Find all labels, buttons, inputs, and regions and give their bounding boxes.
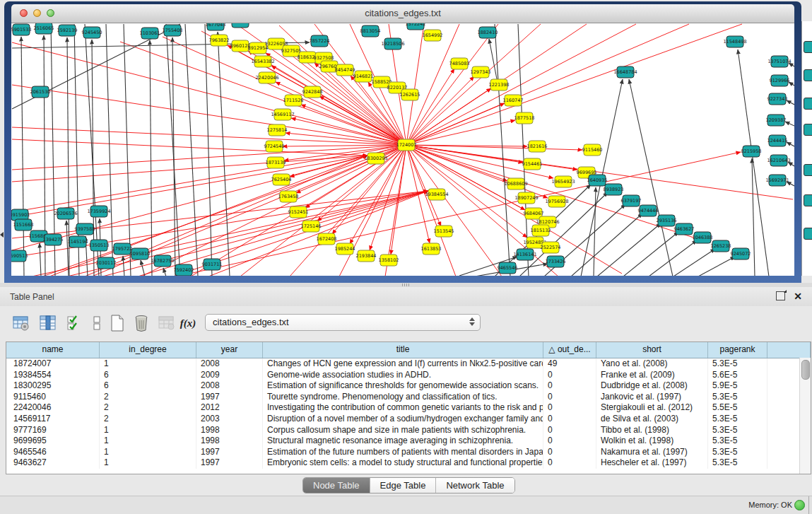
graph-node[interactable]: 1733426 [546,256,566,267]
graph-node[interactable]: 2061530 [30,86,51,98]
table-cell[interactable]: 1997 [196,447,263,458]
table-mode-button[interactable] [11,313,31,333]
table-cell[interactable]: 2 [100,392,196,403]
table-cell[interactable]: Yano et al. (2008) [596,358,708,370]
table-cell[interactable]: 0 [543,392,596,403]
graph-node[interactable]: 9154461 [522,158,543,170]
table-selector-dropdown[interactable]: citations_edges.txt [205,314,481,331]
table-cell[interactable]: 9463627 [6,457,100,469]
splitter-grip-icon[interactable] [402,284,411,286]
function-builder-button[interactable]: f(x) [178,313,198,333]
graph-node[interactable]: 1221398 [489,79,510,90]
graph-node[interactable]: 8454749 [335,64,355,76]
table-row[interactable]: 1456911722003Disruption of a novel membe… [6,414,811,425]
graph-node[interactable]: 6379197 [621,195,642,206]
graph-node[interactable]: 1095810 [130,248,151,259]
column-header-in_degree[interactable]: in_degree [100,342,196,358]
table-row[interactable]: 911546021997Tourette syndrome. Phenomeno… [6,392,811,403]
graph-node[interactable]: 14136141 [513,249,536,260]
table-cell[interactable]: 5.3E-5 [708,447,767,458]
table-cell[interactable]: Tibbo et al. (1998) [596,425,708,436]
table-cell[interactable]: Dudbridge et al. (2008) [596,380,708,392]
table-cell[interactable]: 9699695 [6,436,100,447]
graph-node[interactable]: 1985244 [335,243,355,255]
table-row[interactable]: 946554611997Estimation of the future num… [6,447,811,458]
graph-node[interactable]: 19654923 [551,176,575,187]
column-header-short[interactable]: short [596,342,708,358]
column-visibility-button[interactable] [38,313,58,333]
table-cell[interactable]: de Silva et al. (2003) [596,414,708,425]
column-header-title[interactable]: title [263,342,543,358]
table-cell[interactable]: Hescheler et al. (1997) [596,457,708,469]
table-cell[interactable]: 2012 [196,402,263,414]
close-panel-icon[interactable]: ✕ [794,292,802,300]
graph-node[interactable]: 1151668 [13,219,34,230]
collapse-panel-arrow-icon[interactable] [0,232,4,238]
graph-node[interactable]: 9245450 [82,27,102,38]
graph-node[interactable]: 1815132 [531,225,551,236]
graph-node[interactable]: 1711526 [283,95,304,106]
table-cell[interactable]: 5.3E-5 [708,457,767,469]
table-vertical-scrollbar[interactable] [799,358,811,474]
table-cell[interactable]: Changes of HCN gene expression and I(f) … [263,358,543,370]
graph-node[interactable]: 1724007 [396,139,417,151]
table-cell[interactable]: Wolkin et al. (1998) [596,436,708,447]
table-cell[interactable]: Franke et al. (2009) [596,370,708,381]
graph-node[interactable]: 16543382 [251,56,274,67]
graph-node[interactable]: 1513545 [434,226,454,237]
table-cell[interactable]: 9777169 [6,425,100,436]
graph-node[interactable]: 8938923 [604,184,624,195]
graph-node[interactable]: 9463627 [674,223,695,235]
graph-node[interactable]: 9031711 [202,259,223,270]
table-cell[interactable]: 1 [100,457,196,469]
graph-node[interactable]: 1572242 [406,23,426,30]
graph-node[interactable]: 8813054 [360,25,381,37]
graph-node[interactable]: 1873139 [266,157,286,168]
graph-node[interactable]: 11548498 [723,36,746,47]
graph-node[interactable]: 1590513 [11,250,28,262]
table-cell[interactable]: 5.6E-5 [708,370,767,381]
table-cell[interactable]: Genome-wide association studies in ADHD. [263,370,543,381]
graph-node[interactable]: 1262615 [400,89,420,100]
graph-node[interactable]: 2193844 [356,250,377,262]
graph-node[interactable]: 1725146 [301,221,322,232]
table-row[interactable]: 1938455462009Genome-wide association stu… [6,370,811,381]
table-row[interactable]: 1872400712008Changes of HCN gene express… [6,358,811,370]
graph-node[interactable]: 16648784 [613,66,637,78]
graph-node[interactable]: 1677043 [206,23,226,30]
table-row[interactable]: 977716911998Corpus callosum shape and si… [6,425,811,436]
graph-node[interactable]: 9129966 [770,75,790,86]
graph-node[interactable]: 9465546 [498,262,518,274]
graph-node[interactable]: 22420046 [255,72,278,83]
table-cell[interactable]: 5.9E-5 [708,380,767,392]
graph-node[interactable]: 1877518 [514,112,535,124]
table-cell[interactable]: 2003 [196,414,263,425]
table-cell[interactable]: 5.3E-5 [708,414,767,425]
graph-node[interactable]: 16053809 [228,23,252,28]
graph-node[interactable]: 17359924 [87,206,110,217]
create-column-button[interactable] [107,313,127,333]
table-cell[interactable]: Estimation of the future numbers of pati… [263,447,543,458]
delete-table-button[interactable] [157,313,177,333]
table-cell[interactable]: 0 [543,414,596,425]
scrollbar-thumb[interactable] [801,360,810,380]
table-cell[interactable]: Nakamura et al. (1997) [596,447,708,458]
float-panel-icon[interactable] [776,291,785,300]
table-cell[interactable]: Estimation of significance thresholds fo… [263,380,543,392]
graph-node[interactable]: 2030117 [96,257,117,269]
column-header-out_de[interactable]: △ out_de... [543,342,596,358]
table-cell[interactable]: 1998 [196,425,263,436]
table-cell[interactable]: 1997 [196,392,263,403]
graph-node[interactable]: 7592402 [174,264,194,276]
table-cell[interactable]: 18300295 [6,380,100,392]
table-cell[interactable]: Embryonic stem cells: a model to study s… [263,457,543,469]
graph-node[interactable]: 1672408 [317,233,337,245]
graph-node[interactable]: 1821616 [527,141,548,152]
graph-node[interactable]: 15692971 [765,175,789,186]
table-cell[interactable]: 9115460 [6,392,100,403]
graph-node[interactable]: 1103061 [140,28,160,39]
graph-node[interactable]: 9397588 [75,223,95,235]
table-cell[interactable]: 22420046 [6,402,100,414]
graph-node[interactable]: 1275814 [267,124,288,136]
table-cell[interactable]: 1 [100,425,196,436]
